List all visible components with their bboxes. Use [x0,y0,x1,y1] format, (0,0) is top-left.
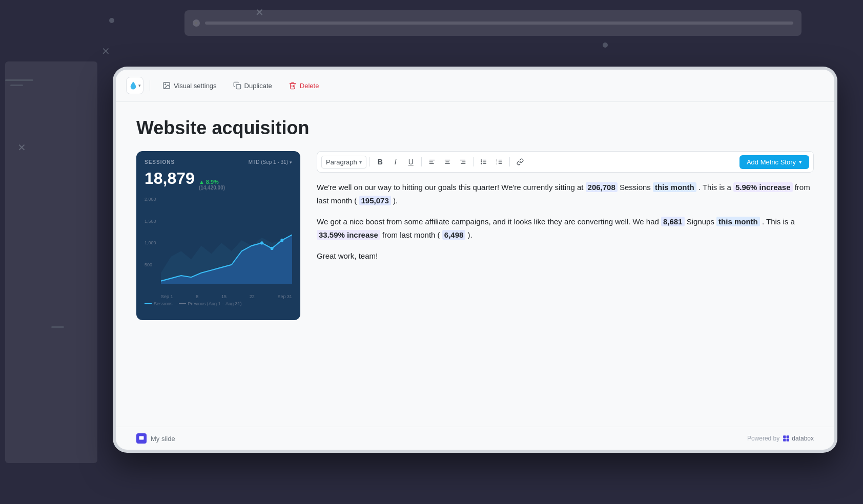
ordered-list-button[interactable]: 123 [492,155,506,169]
format-select-label: Paragraph [326,158,357,166]
slide-footer-right: Powered by databox [747,435,814,442]
chart-area: 2,000 1,500 1,000 500 [145,197,292,299]
paragraph-2: We got a nice boost from some affiliate … [317,215,814,241]
chart-widget: SESSIONS MTD (Sep 1 - 31) ▾ 18,879 ▲ 8.9… [136,151,300,320]
align-center-icon [444,158,451,165]
svg-point-3 [260,241,263,244]
powered-by-text: Powered by [747,435,779,442]
chart-x-labels: Sep 1 8 15 22 Sep 31 [161,294,292,299]
delete-label: Delete [300,82,319,90]
list-ol-icon: 123 [496,158,503,165]
slide-area: Website acquisition SESSIONS MTD (Sep 1 … [116,102,834,427]
text-editor: Paragraph ▾ B I U [317,151,814,271]
svg-rect-28 [783,435,786,438]
svg-point-4 [271,247,274,250]
chart-period: MTD (Sep 1 - 31) ▾ [249,159,292,165]
svg-point-1 [165,84,166,85]
chevron-down-icon: ▾ [799,159,802,165]
align-center-button[interactable] [440,155,455,169]
align-right-icon [459,158,466,165]
link-button[interactable] [513,155,527,169]
bg-line [51,326,64,328]
bg-dot [603,43,608,48]
chart-change-pct: ▲ 8.9% [199,179,225,185]
duplicate-icon [233,81,241,90]
svg-rect-27 [139,436,144,440]
slide-content: SESSIONS MTD (Sep 1 - 31) ▾ 18,879 ▲ 8.9… [136,151,814,320]
bg-dot [109,18,114,23]
chart-legend: Sessions Previous (Aug 1 – Aug 31) [145,301,292,306]
editor-divider [369,157,370,166]
chevron-down-icon: ▾ [359,159,362,165]
format-select[interactable]: Paragraph ▾ [321,156,366,169]
editor-divider-4 [509,157,510,166]
toolbar: ▾ Visual settings Duplicate [116,70,834,102]
editor-divider-3 [473,157,474,166]
legend-previous: Previous (Aug 1 – Aug 31) [179,301,242,306]
main-card: ▾ Visual settings Duplicate [116,70,834,450]
bg-window-side [5,61,97,463]
editor-divider-2 [421,157,422,166]
chart-change-group: ▲ 8.9% (14,420.00) [199,179,225,191]
value-this-month-1: this month [653,182,696,192]
add-metric-story-label: Add Metric Story [747,158,796,166]
slide-name: My slide [151,435,175,443]
link-icon [517,158,524,165]
legend-sessions: Sessions [145,301,173,306]
logo-button[interactable]: ▾ [126,77,143,94]
chart-header: SESSIONS MTD (Sep 1 - 31) ▾ [145,159,292,165]
value-signups: 8,681 [661,217,685,226]
value-prev-month-1: 195,073 [359,196,391,205]
bg-progress-bar [205,22,793,25]
slide-icon [136,433,147,444]
value-this-month-2: this month [716,217,760,226]
editor-content[interactable]: We're well on our way to hitting our goa… [317,181,814,271]
editor-toolbar: Paragraph ▾ B I U [317,151,814,173]
bg-line [5,79,33,81]
underline-button[interactable]: U [404,155,418,169]
value-increase-2: 33.59% increase [317,230,380,240]
bg-cross: ✕ [255,7,264,17]
bg-close: ✕ [193,19,200,27]
bg-window-top: ✕ [184,10,802,36]
chart-main-value: 18,879 ▲ 8.9% (14,420.00) [145,169,292,191]
list-ul-icon [480,158,487,165]
value-sessions: 206,708 [586,182,618,192]
value-prev-month-2: 6,498 [442,230,466,240]
databox-icon [783,435,790,442]
bold-button[interactable]: B [373,155,387,169]
legend-previous-line [179,303,186,304]
paragraph-1: We're well on our way to hitting our goa… [317,181,814,207]
chart-label: SESSIONS [145,159,175,165]
align-left-button[interactable] [425,155,439,169]
chevron-down-icon: ▾ [290,160,292,165]
unordered-list-button[interactable] [477,155,491,169]
svg-rect-2 [236,85,241,89]
svg-rect-29 [787,435,789,438]
svg-rect-30 [783,439,786,442]
slide-title: Website acquisition [136,117,814,139]
delete-button[interactable]: Delete [282,78,325,93]
duplicate-button[interactable]: Duplicate [227,78,278,93]
add-metric-story-button[interactable]: Add Metric Story ▾ [739,155,809,169]
align-left-icon [428,158,436,165]
visual-settings-button[interactable]: Visual settings [156,78,223,93]
databox-brand: databox [792,435,814,442]
slide-icon-glyph [138,435,145,442]
databox-logo: databox [783,435,814,442]
toolbar-divider [150,80,150,91]
slide-footer-left: My slide [136,433,175,444]
chart-change-abs: (14,420.00) [199,185,225,191]
align-right-button[interactable] [456,155,470,169]
legend-sessions-line [145,303,152,304]
value-increase-1: 5.96% increase [733,182,793,192]
bg-cross: ✕ [17,142,26,153]
svg-text:3: 3 [496,163,497,165]
bg-cross: ✕ [101,46,110,56]
paragraph-3: Great work, team! [317,249,814,263]
svg-rect-31 [787,439,789,442]
chart-y-labels: 2,000 1,500 1,000 500 [145,197,159,284]
italic-button[interactable]: I [388,155,403,169]
droplet-icon [129,81,138,90]
svg-point-20 [481,163,481,164]
